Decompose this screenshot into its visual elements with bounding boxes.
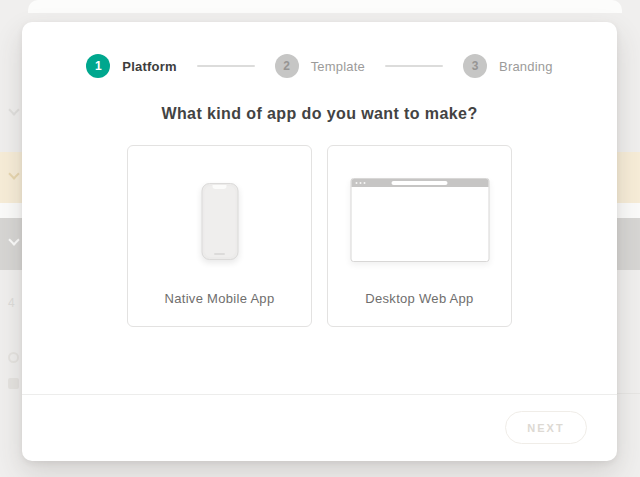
step-label: Platform <box>122 59 176 74</box>
mobile-phone-icon <box>201 183 238 260</box>
browser-window-icon <box>350 178 489 262</box>
background-divider <box>617 393 640 394</box>
step-label: Template <box>311 59 365 74</box>
background-panel-top <box>28 0 622 13</box>
browser-address-bar <box>392 181 448 185</box>
browser-dots-icon <box>355 182 365 184</box>
step-template[interactable]: 2 Template <box>275 54 365 78</box>
chevron-down-icon <box>8 104 19 115</box>
step-platform[interactable]: 1 Platform <box>86 54 176 78</box>
option-label: Native Mobile App <box>128 291 311 306</box>
wizard-question-title: What kind of app do you want to make? <box>22 105 617 123</box>
faint-list-icon <box>8 378 19 389</box>
faint-list-icon <box>8 352 19 363</box>
step-number-badge: 2 <box>275 54 299 78</box>
wizard-stepper: 1 Platform 2 Template 3 Branding <box>22 54 617 78</box>
platform-options: Native Mobile App Desktop Web App <box>22 145 617 327</box>
step-branding[interactable]: 3 Branding <box>463 54 553 78</box>
step-number-badge: 3 <box>463 54 487 78</box>
option-desktop-web-app[interactable]: Desktop Web App <box>327 145 512 327</box>
new-app-wizard-modal: 1 Platform 2 Template 3 Branding What ki… <box>22 22 617 461</box>
background-row-number: 4 <box>8 296 15 310</box>
option-native-mobile-app[interactable]: Native Mobile App <box>127 145 312 327</box>
footer-divider <box>22 394 617 395</box>
option-label: Desktop Web App <box>328 291 511 306</box>
stepper-connector <box>197 65 255 67</box>
step-number-badge: 1 <box>86 54 110 78</box>
next-button[interactable]: NEXT <box>505 411 587 444</box>
stepper-connector <box>385 65 443 67</box>
step-label: Branding <box>499 59 553 74</box>
